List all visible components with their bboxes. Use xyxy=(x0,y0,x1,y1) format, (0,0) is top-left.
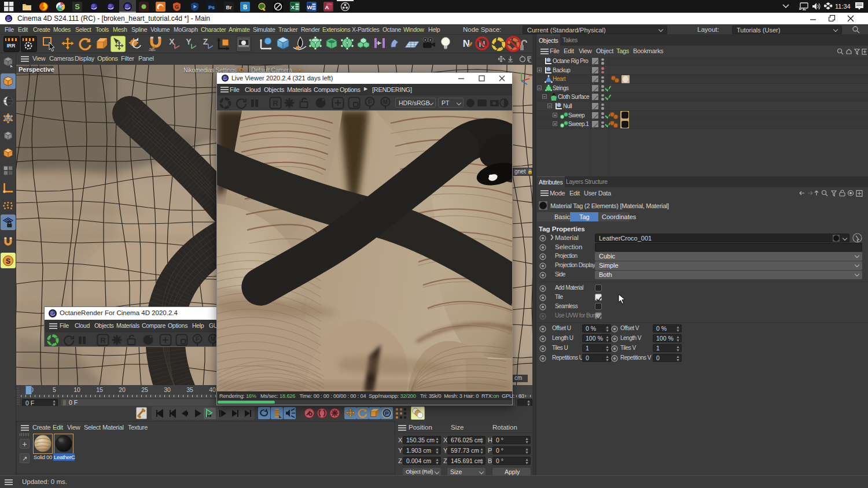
svg-text:X: X xyxy=(528,73,532,78)
svg-text:Y: Y xyxy=(520,71,523,76)
svg-text:Br: Br xyxy=(226,5,231,10)
svg-text:R: R xyxy=(100,336,106,345)
svg-text:F: F xyxy=(196,336,199,342)
svg-text:B: B xyxy=(243,4,247,10)
svg-text:X: X xyxy=(291,4,295,10)
svg-text:Ps: Ps xyxy=(208,5,215,10)
svg-text:Z: Z xyxy=(203,37,208,46)
svg-text:IRR: IRR xyxy=(7,43,16,49)
svg-text:G: G xyxy=(175,4,179,10)
svg-text:W: W xyxy=(307,4,312,10)
svg-text:X: X xyxy=(169,37,175,46)
svg-text:S: S xyxy=(6,257,10,265)
svg-text:N: N xyxy=(463,38,470,49)
svg-text:Y: Y xyxy=(186,37,192,46)
svg-text:F: F xyxy=(368,99,372,105)
svg-text:M: M xyxy=(383,99,388,105)
svg-text:A: A xyxy=(325,4,329,10)
svg-text:R: R xyxy=(273,99,278,108)
svg-text:S: S xyxy=(75,2,80,11)
svg-text:M: M xyxy=(211,336,215,342)
svg-text:P: P xyxy=(385,410,389,416)
